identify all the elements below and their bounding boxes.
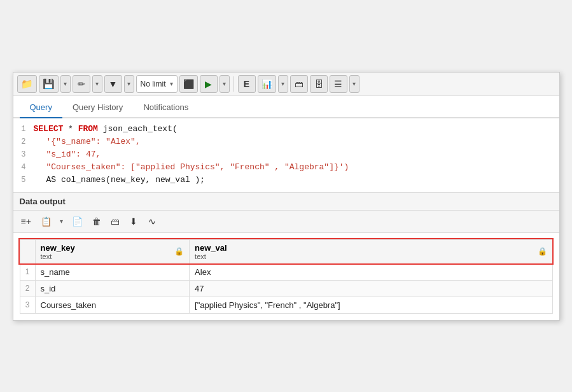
paste-button[interactable]: 📄 xyxy=(68,213,87,230)
sql-editor[interactable]: 1 SELECT * FROM json_each_text( 2 '{"s_n… xyxy=(13,118,559,193)
main-window: 📁 💾 ▾ ✏ ▾ ▼ ▾ No limit ▾ ⬛ xyxy=(13,72,560,321)
line-content: AS col_names(new_key, new_val ); xyxy=(34,175,559,185)
delete-icon: 🗑 xyxy=(92,216,101,227)
cell-new_key[interactable]: s_id xyxy=(35,280,190,297)
chevron-down-icon: ▾ xyxy=(127,80,130,87)
lock-icon: 🔒 xyxy=(174,247,184,256)
table-row: 3 Courses_taken ["applied Physics", "Fre… xyxy=(20,297,552,313)
row-number: 1 xyxy=(20,263,35,280)
sql-line-1: 1 SELECT * FROM json_each_text( xyxy=(13,123,559,136)
import-button[interactable]: 🗃 xyxy=(107,213,123,230)
row-number: 2 xyxy=(20,280,35,297)
line-number: 5 xyxy=(13,176,34,185)
line-content: '{"s_name": "Alex", xyxy=(34,137,559,146)
sql-line-5: 5 AS col_names(new_key, new_val ); xyxy=(13,174,559,187)
save-dropdown-button[interactable]: ▾ xyxy=(60,75,71,93)
line-number: 1 xyxy=(13,125,34,134)
sql-line-4: 4 "Courses_taken": ["applied Physics", "… xyxy=(13,162,559,174)
edit-dropdown-button[interactable]: ▾ xyxy=(92,75,102,93)
row-number: 3 xyxy=(20,297,35,313)
data-toolbar: ≡+ 📋 ▾ 📄 🗑 🗃 ⬇ ∿ xyxy=(13,211,559,233)
db2-button[interactable]: 🗄 xyxy=(310,75,328,93)
line-number: 3 xyxy=(13,150,34,159)
stop-button[interactable]: ⬛ xyxy=(179,75,198,93)
limit-label: No limit xyxy=(141,80,166,88)
edit-button[interactable]: ✏ xyxy=(73,75,90,93)
chart-dropdown-button[interactable]: ▾ xyxy=(278,75,288,93)
delete-button[interactable]: 🗑 xyxy=(88,213,105,230)
cell-new_key[interactable]: s_name xyxy=(35,263,190,280)
col-type-new_key: text xyxy=(41,253,75,260)
chevron-down-icon: ▾ xyxy=(95,80,99,87)
save-button[interactable]: 💾 xyxy=(39,75,59,93)
table-row: 1 s_name Alex xyxy=(20,263,552,280)
trend-icon: ∿ xyxy=(148,216,156,227)
toolbar-separator xyxy=(234,76,234,92)
trend-button[interactable]: ∿ xyxy=(144,213,160,230)
line-content: SELECT * FROM json_each_text( xyxy=(34,124,559,134)
chevron-down-icon: ▾ xyxy=(281,80,284,87)
filter-dropdown-button[interactable]: ▾ xyxy=(124,75,134,93)
explain-icon: E xyxy=(244,79,249,89)
db1-icon: 🗃 xyxy=(295,79,303,89)
chart-button[interactable]: 📊 xyxy=(258,75,276,93)
copy-icon: 📋 xyxy=(41,216,52,227)
line-content: "s_id": 47, xyxy=(34,150,559,159)
cell-new_val[interactable]: Alex xyxy=(190,263,552,280)
menu-button[interactable]: ☰ xyxy=(330,75,347,93)
chevron-down-icon: ▾ xyxy=(352,80,356,87)
chevron-down-icon: ▾ xyxy=(60,218,63,225)
sql-line-2: 2 '{"s_name": "Alex", xyxy=(13,136,559,149)
col-header-new_val[interactable]: new_val text 🔒 xyxy=(190,239,552,263)
col-type-new_val: text xyxy=(195,253,227,260)
save-icon: 💾 xyxy=(43,78,55,90)
open-button[interactable]: 📁 xyxy=(17,75,37,93)
add-row-icon: ≡+ xyxy=(21,216,31,227)
cell-new_val[interactable]: ["applied Physics", "French" , "Algebra"… xyxy=(190,297,552,313)
run-button[interactable]: ▶ xyxy=(200,75,218,93)
table-row: 2 s_id 47 xyxy=(20,280,552,297)
col-name-new_key: new_key xyxy=(41,243,75,253)
add-row-button[interactable]: ≡+ xyxy=(17,213,35,230)
data-table-wrapper: new_key text 🔒 new_val text 🔒 xyxy=(13,233,559,320)
folder-icon: 📁 xyxy=(21,78,33,90)
copy-button[interactable]: 📋 xyxy=(37,213,55,230)
main-toolbar: 📁 💾 ▾ ✏ ▾ ▼ ▾ No limit ▾ ⬛ xyxy=(13,73,559,96)
cell-new_key[interactable]: Courses_taken xyxy=(35,297,190,313)
tab-query-history[interactable]: Query History xyxy=(62,96,133,118)
cell-new_val[interactable]: 47 xyxy=(190,280,552,297)
col-name-new_val: new_val xyxy=(195,243,227,253)
filter-icon: ▼ xyxy=(109,79,118,89)
stop-icon: ⬛ xyxy=(183,79,194,89)
tab-query[interactable]: Query xyxy=(20,96,62,118)
download-icon: ⬇ xyxy=(130,216,137,227)
tab-bar: Query Query History Notifications xyxy=(13,96,559,118)
download-button[interactable]: ⬇ xyxy=(125,213,142,230)
col-header-new_key[interactable]: new_key text 🔒 xyxy=(35,239,190,263)
tab-notifications[interactable]: Notifications xyxy=(133,96,199,118)
filter-button[interactable]: ▼ xyxy=(104,75,122,93)
db1-button[interactable]: 🗃 xyxy=(290,75,308,93)
paste-icon: 📄 xyxy=(72,216,83,227)
explain-button[interactable]: E xyxy=(238,75,256,93)
chevron-down-icon: ▾ xyxy=(170,80,173,87)
row-num-header xyxy=(20,239,35,263)
chart-icon: 📊 xyxy=(262,79,272,89)
limit-dropdown[interactable]: No limit ▾ xyxy=(136,75,178,93)
lock-icon: 🔒 xyxy=(538,247,547,256)
copy-dropdown-button[interactable]: ▾ xyxy=(57,213,66,230)
line-number: 2 xyxy=(13,137,34,146)
menu-dropdown-button[interactable]: ▾ xyxy=(349,75,359,93)
run-icon: ▶ xyxy=(205,79,212,89)
data-table: new_key text 🔒 new_val text 🔒 xyxy=(20,239,553,314)
chevron-down-icon: ▾ xyxy=(223,80,226,87)
menu-icon: ☰ xyxy=(334,79,342,89)
run-dropdown-button[interactable]: ▾ xyxy=(220,75,230,93)
db2-icon: 🗄 xyxy=(314,79,323,89)
table-header-row: new_key text 🔒 new_val text 🔒 xyxy=(20,239,552,263)
line-number: 4 xyxy=(13,163,34,172)
sql-line-3: 3 "s_id": 47, xyxy=(13,149,559,162)
import-icon: 🗃 xyxy=(111,216,120,227)
line-content: "Courses_taken": ["applied Physics", "Fr… xyxy=(34,162,559,172)
data-output-header: Data output xyxy=(13,193,559,211)
